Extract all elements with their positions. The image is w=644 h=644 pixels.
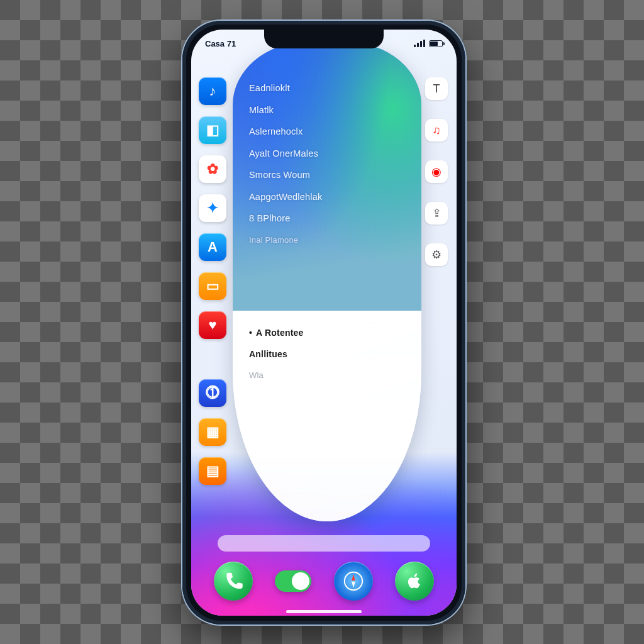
calendar-app-icon[interactable]: ▦ [199,418,226,446]
files-app-icon[interactable]: ◧ [199,116,226,144]
suggestion-item[interactable]: 8 BPlhore [249,208,421,230]
battery-icon [429,40,443,47]
suggestion-item[interactable]: Eadnlioklt [249,77,421,99]
suggestion-item[interactable]: Mlatlk [249,99,421,121]
suggestion-item[interactable]: Smorcs Woum [249,164,421,186]
suggestion-item[interactable]: Inal Plamone [249,230,421,250]
spotlight-search-bar[interactable] [218,535,430,552]
notes-app-icon[interactable]: ▭ [199,272,226,300]
suggestion-item[interactable]: Aslernehoclx [249,121,421,143]
suggestion-item[interactable]: AapgotWedlehlak [249,186,421,208]
right-widget-rail: T♫◉⇪⚙ [425,77,449,266]
music-widget-icon[interactable]: ♫ [425,119,448,142]
suggestion-item[interactable]: Wla [249,365,421,386]
suggestion-item[interactable]: A Rotentee [249,322,421,343]
phone-frame: Casa 71 ♪◧✿✦A▭♥⓵▦▤ T♫◉⇪⚙ EadnliokltMlatl… [182,21,465,625]
health-app-icon[interactable]: ♥ [199,311,226,339]
suggestions-top-section: EadnliokltMlatlkAslernehoclxAyalt OnerMa… [233,42,421,311]
fitness-app-icon[interactable]: ⓵ [199,379,226,407]
books-app-icon[interactable]: ▤ [199,457,226,485]
record-icon[interactable]: ◉ [425,160,448,183]
music-app-icon[interactable]: ♪ [199,77,226,105]
phone-app-icon[interactable] [214,562,253,601]
suggestions-card: EadnliokltMlatlkAslernehoclxAyalt OnerMa… [233,42,421,521]
notch [264,30,384,48]
share-icon[interactable]: ⇪ [425,202,448,225]
dock [203,555,445,607]
apple-app-icon[interactable] [395,562,434,601]
suggestion-item[interactable]: Anllitues [249,343,421,365]
signal-icon [414,40,425,47]
left-app-rail: ♪◧✿✦A▭♥⓵▦▤ [199,77,226,485]
suggestion-item[interactable]: Ayalt OnerMales [249,143,421,165]
safari-app-icon[interactable]: ✦ [199,194,226,222]
text-tool-icon[interactable]: T [425,77,448,100]
home-indicator[interactable] [286,610,362,613]
safari-dock-icon[interactable] [334,562,373,601]
settings-icon[interactable]: ⚙ [425,243,448,266]
status-time: Casa 71 [205,39,236,48]
photos-app-icon[interactable]: ✿ [199,155,226,183]
appstore-app-icon[interactable]: A [199,233,226,261]
phone-screen: Casa 71 ♪◧✿✦A▭♥⓵▦▤ T♫◉⇪⚙ EadnliokltMlatl… [191,30,457,616]
toggle-switch[interactable] [275,570,311,592]
